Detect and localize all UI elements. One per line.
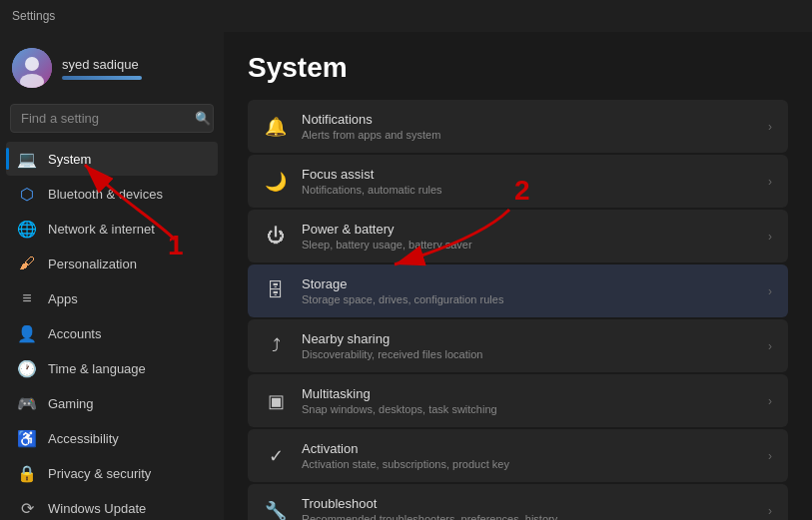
settings-title-storage: Storage <box>302 276 754 291</box>
page-title: System <box>248 52 788 84</box>
chevron-storage: › <box>768 284 772 298</box>
nav-icon-accessibility: ♿ <box>18 429 36 447</box>
settings-text-troubleshoot: Troubleshoot Recommended troubleshooters… <box>302 496 754 520</box>
settings-icon-storage: 🗄 <box>264 279 288 303</box>
sidebar-item-personalization[interactable]: 🖌 Personalization <box>6 247 218 280</box>
settings-icon-powerbattery: ⏻ <box>264 225 288 249</box>
chevron-nearbysharing: › <box>768 339 772 353</box>
search-box[interactable]: 🔍 <box>10 104 214 133</box>
settings-desc-nearbysharing: Discoverability, received files location <box>302 348 754 360</box>
title-bar-label: Settings <box>12 9 55 23</box>
settings-icon-focusassist: 🌙 <box>264 170 288 194</box>
settings-item-troubleshoot[interactable]: 🔧 Troubleshoot Recommended troubleshoote… <box>248 484 788 520</box>
svg-point-1 <box>25 57 39 71</box>
nav-icon-network: 🌐 <box>18 220 36 238</box>
nav-label-apps: Apps <box>48 291 78 306</box>
profile-bar <box>62 76 142 80</box>
content-area: System 🔔 Notifications Alerts from apps … <box>224 32 812 520</box>
nav-label-timelanguage: Time & language <box>48 361 146 376</box>
nav-label-network: Network & internet <box>48 222 155 237</box>
sidebar-item-network[interactable]: 🌐 Network & internet <box>6 212 218 246</box>
settings-icon-notifications: 🔔 <box>264 115 288 139</box>
main-layout: syed sadique 🔍 💻 System ⬡ Bluetooth & de… <box>0 32 812 520</box>
settings-list: 🔔 Notifications Alerts from apps and sys… <box>248 100 788 520</box>
settings-title-powerbattery: Power & battery <box>302 222 754 237</box>
chevron-activation: › <box>768 449 772 463</box>
settings-desc-focusassist: Notifications, automatic rules <box>302 184 754 196</box>
settings-text-nearbysharing: Nearby sharing Discoverability, received… <box>302 331 754 360</box>
nav-icon-privacy: 🔒 <box>18 464 36 482</box>
settings-item-powerbattery[interactable]: ⏻ Power & battery Sleep, battery usage, … <box>248 210 788 262</box>
nav-icon-apps: ≡ <box>18 289 36 307</box>
settings-title-focusassist: Focus assist <box>302 167 754 182</box>
settings-item-activation[interactable]: ✓ Activation Activation state, subscript… <box>248 429 788 482</box>
nav-label-accounts: Accounts <box>48 326 101 341</box>
settings-text-storage: Storage Storage space, drives, configura… <box>302 276 754 305</box>
settings-title-notifications: Notifications <box>302 112 754 127</box>
settings-text-activation: Activation Activation state, subscriptio… <box>302 441 754 470</box>
sidebar-item-apps[interactable]: ≡ Apps <box>6 281 218 315</box>
search-icon: 🔍 <box>195 111 211 126</box>
settings-title-troubleshoot: Troubleshoot <box>302 496 754 511</box>
settings-item-focusassist[interactable]: 🌙 Focus assist Notifications, automatic … <box>248 155 788 208</box>
chevron-multitasking: › <box>768 394 772 408</box>
nav-label-personalization: Personalization <box>48 257 137 271</box>
nav-icon-system: 💻 <box>18 150 36 168</box>
settings-text-multitasking: Multitasking Snap windows, desktops, tas… <box>302 386 754 415</box>
settings-title-activation: Activation <box>302 441 754 456</box>
nav-icon-personalization: 🖌 <box>18 255 36 272</box>
settings-desc-storage: Storage space, drives, configuration rul… <box>302 293 754 305</box>
avatar <box>12 48 52 88</box>
nav-label-bluetooth: Bluetooth & devices <box>48 187 163 202</box>
settings-text-focusassist: Focus assist Notifications, automatic ru… <box>302 167 754 196</box>
sidebar: syed sadique 🔍 💻 System ⬡ Bluetooth & de… <box>0 32 224 520</box>
settings-desc-multitasking: Snap windows, desktops, task switching <box>302 403 754 415</box>
sidebar-item-privacy[interactable]: 🔒 Privacy & security <box>6 456 218 490</box>
nav-label-gaming: Gaming <box>48 396 94 411</box>
settings-icon-troubleshoot: 🔧 <box>264 499 288 521</box>
nav-label-windowsupdate: Windows Update <box>48 501 146 516</box>
settings-item-notifications[interactable]: 🔔 Notifications Alerts from apps and sys… <box>248 100 788 153</box>
sidebar-item-timelanguage[interactable]: 🕐 Time & language <box>6 351 218 385</box>
nav-icon-bluetooth: ⬡ <box>18 185 36 203</box>
sidebar-item-system[interactable]: 💻 System <box>6 142 218 176</box>
settings-desc-troubleshoot: Recommended troubleshooters, preferences… <box>302 513 754 520</box>
sidebar-item-gaming[interactable]: 🎮 Gaming <box>6 386 218 420</box>
settings-desc-notifications: Alerts from apps and system <box>302 129 754 141</box>
nav-icon-windowsupdate: ⟳ <box>18 499 36 517</box>
profile[interactable]: syed sadique <box>0 32 224 100</box>
chevron-notifications: › <box>768 120 772 134</box>
settings-title-multitasking: Multitasking <box>302 386 754 401</box>
nav-label-accessibility: Accessibility <box>48 431 119 446</box>
chevron-focusassist: › <box>768 175 772 189</box>
nav-icon-gaming: 🎮 <box>18 394 36 412</box>
chevron-troubleshoot: › <box>768 504 772 518</box>
sidebar-item-accessibility[interactable]: ♿ Accessibility <box>6 421 218 455</box>
sidebar-item-windowsupdate[interactable]: ⟳ Windows Update <box>6 491 218 520</box>
settings-icon-nearbysharing: ⤴ <box>264 334 288 358</box>
settings-text-notifications: Notifications Alerts from apps and syste… <box>302 112 754 141</box>
settings-title-nearbysharing: Nearby sharing <box>302 331 754 346</box>
settings-desc-activation: Activation state, subscriptions, product… <box>302 458 754 470</box>
nav-icon-accounts: 👤 <box>18 324 36 342</box>
settings-desc-powerbattery: Sleep, battery usage, battery saver <box>302 239 754 251</box>
settings-item-storage[interactable]: 🗄 Storage Storage space, drives, configu… <box>248 264 788 317</box>
nav-label-system: System <box>48 152 91 167</box>
sidebar-item-bluetooth[interactable]: ⬡ Bluetooth & devices <box>6 177 218 211</box>
profile-name: syed sadique <box>62 57 142 72</box>
settings-item-nearbysharing[interactable]: ⤴ Nearby sharing Discoverability, receiv… <box>248 319 788 372</box>
sidebar-item-accounts[interactable]: 👤 Accounts <box>6 316 218 350</box>
avatar-inner <box>12 48 52 88</box>
chevron-powerbattery: › <box>768 230 772 244</box>
search-input[interactable] <box>21 111 189 126</box>
settings-text-powerbattery: Power & battery Sleep, battery usage, ba… <box>302 222 754 251</box>
settings-icon-activation: ✓ <box>264 444 288 468</box>
title-bar: Settings <box>0 0 812 32</box>
nav-icon-timelanguage: 🕐 <box>18 359 36 377</box>
nav-list: 💻 System ⬡ Bluetooth & devices 🌐 Network… <box>0 141 224 520</box>
profile-info: syed sadique <box>62 57 142 80</box>
settings-icon-multitasking: ▣ <box>264 389 288 413</box>
nav-label-privacy: Privacy & security <box>48 466 151 481</box>
settings-item-multitasking[interactable]: ▣ Multitasking Snap windows, desktops, t… <box>248 374 788 427</box>
